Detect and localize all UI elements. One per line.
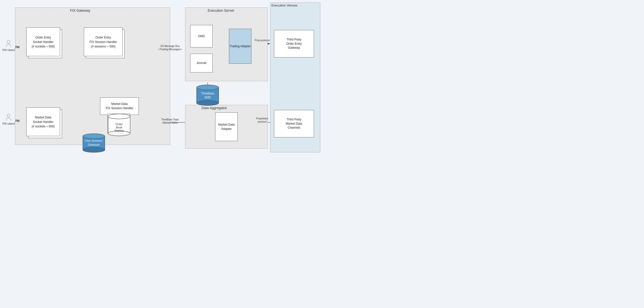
svg-point-18	[7, 40, 10, 43]
order-entry-socket-handler-label: Order EntrySocket Handler(# sockets ≈ 50…	[32, 35, 55, 49]
svg-text:TimeBase: TimeBase	[201, 92, 214, 95]
fix-users-bottom: FIX Users	[3, 114, 15, 125]
journal-label: Journal	[196, 61, 206, 65]
journal-box: Journal	[190, 54, 213, 72]
market-data-adapter-box: Market Data Adapter	[215, 112, 238, 141]
trading-adapter-box: Trading Adapter	[229, 29, 251, 64]
oms-box: OMS	[190, 25, 213, 47]
architecture-diagram: Execution Venues FIX Gateway Execution S…	[0, 0, 322, 154]
svg-text:Book: Book	[116, 126, 122, 129]
timebase-topic-label: TimeBase Topic<Market Data>	[155, 118, 185, 124]
fix-users-top-label: FIX Users	[3, 48, 15, 51]
order-entry-fix-session-handler-label: Order EntryFIX Session Handler(# session…	[89, 35, 117, 49]
svg-point-21	[108, 114, 130, 119]
svg-text:SMD: SMD	[204, 96, 211, 99]
execution-venues-label: Execution Venues	[271, 3, 297, 7]
svg-text:Order: Order	[116, 123, 123, 126]
svg-point-19	[7, 114, 10, 117]
user-sessions-database: User Sessions Database	[83, 134, 105, 152]
person-icon-bottom	[5, 114, 12, 121]
person-icon-top	[5, 40, 12, 47]
oms-label: OMS	[198, 34, 205, 38]
fix-users-top: FIX Users	[3, 40, 15, 51]
proprietary-protocol-label: Proprietaryprotocol	[252, 117, 272, 123]
order-entry-fix-session-handler: Order EntryFIX Session Handler(# session…	[84, 27, 123, 56]
third-party-order-entry-gateway-label: Third PartyOrder EntryGateway	[286, 37, 302, 50]
timebase-smd-svg: TimeBase SMD	[196, 85, 219, 105]
trading-adapter-label: Trading Adapter	[230, 44, 251, 48]
fix-arrow-label-bottom: FIX	[16, 119, 20, 122]
fix-arrow-label-top: FIX	[16, 46, 20, 49]
execution-server-label: Execution Server	[208, 8, 234, 12]
third-party-market-data-channels-box: Third PartyMarket DataChannels	[274, 110, 314, 137]
third-party-order-entry-gateway-box: Third PartyOrder EntryGateway	[274, 30, 314, 57]
svg-point-27	[197, 85, 219, 90]
market-data-socket-handler: Market DataSocket Handler(# sockets ≈ 50…	[26, 107, 60, 136]
order-book-replica: Order Book Replica	[108, 114, 130, 134]
market-data-socket-handler-label: Market DataSocket Handler(# sockets ≈ 50…	[32, 115, 55, 129]
svg-point-33	[83, 147, 105, 152]
order-entry-socket-handler: Order EntrySocket Handler(# sockets ≈ 50…	[26, 27, 60, 56]
svg-point-28	[197, 100, 219, 105]
svg-text:User Sessions: User Sessions	[85, 139, 103, 142]
market-data-adapter-label: Market Data Adapter	[215, 123, 237, 131]
market-data-fix-session-handler-label: Market DataFIX Session Handler	[106, 102, 133, 110]
fix-gateway-label: FIX Gateway	[70, 8, 90, 12]
timebase-smd: TimeBase SMD	[196, 85, 219, 105]
svg-text:Replica: Replica	[115, 129, 124, 132]
market-data-fix-session-handler: Market DataFIX Session Handler	[100, 97, 139, 115]
svg-point-32	[83, 134, 105, 139]
user-sessions-database-svg: User Sessions Database	[83, 134, 105, 152]
svg-text:Database: Database	[88, 143, 100, 146]
es-message-bus-label: ES Message Bus<Trading Messages>	[155, 44, 185, 51]
prop-protocol-label: Prop protocol	[252, 39, 272, 42]
third-party-market-data-channels-label: Third PartyMarket DataChannels	[286, 117, 302, 130]
fix-users-bottom-label: FIX Users	[3, 122, 15, 125]
order-book-cylinder-svg: Order Book Replica	[108, 114, 130, 134]
data-aggregator-label: Data Aggregator	[201, 106, 227, 110]
